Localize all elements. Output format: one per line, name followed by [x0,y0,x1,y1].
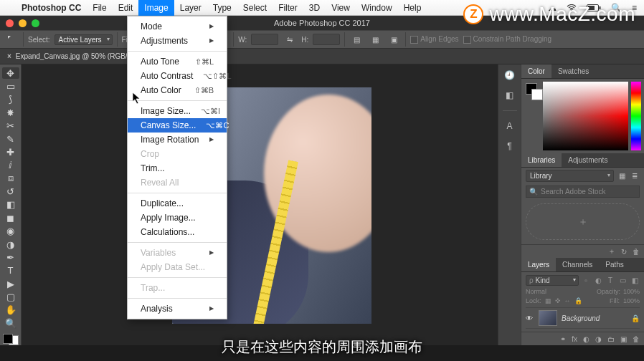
menu-item-analysis[interactable]: Analysis [128,302,227,316]
lock-pixels-icon[interactable]: ✜ [555,297,561,304]
marquee-tool-icon[interactable]: ▭ [2,80,19,92]
eraser-tool-icon[interactable]: ◧ [2,199,19,211]
blur-tool-icon[interactable]: ◉ [2,226,19,237]
menu-item-adjustments[interactable]: Adjustments [128,34,227,48]
align-left-icon[interactable]: ▤ [349,32,364,47]
lasso-tool-icon[interactable]: ⟆ [2,94,19,105]
color-spectrum[interactable] [543,82,628,150]
tool-preset-icon[interactable] [4,32,19,47]
menu-item-image-rotation[interactable]: Image Rotation [128,133,227,147]
menu-view[interactable]: View [326,0,356,16]
search-stock-input[interactable]: 🔍 Search Adobe Stock [526,186,640,198]
select-layers-dropdown[interactable]: Active Layers [55,34,113,45]
menu-file[interactable]: File [87,0,112,16]
hand-tool-icon[interactable]: ✋ [2,304,19,316]
menu-item-mode[interactable]: Mode [128,19,227,34]
history-icon[interactable]: 🕘 [503,69,516,82]
menu-select[interactable]: Select [237,0,273,16]
tab-swatches[interactable]: Swatches [551,64,595,78]
library-select[interactable]: Library [526,170,614,182]
menu-item-auto-tone[interactable]: Auto Tone⇧⌘L [128,54,227,69]
layer-name[interactable]: Background [562,314,627,322]
menu-item-apply-image[interactable]: Apply Image... [128,211,227,225]
document-tab[interactable]: × Expand_Canvas.jpg @ 50% (RGB/8 [0,49,644,64]
menu-item-trim[interactable]: Trim... [128,161,227,175]
brush-tool-icon[interactable]: ⅈ [2,160,19,171]
sync-icon[interactable]: ↻ [621,248,627,256]
filter-adjust-icon[interactable]: ◐ [593,276,603,286]
menu-type[interactable]: Type [207,0,237,16]
blend-mode-select[interactable]: Normal [526,288,546,295]
eyedropper-tool-icon[interactable]: ✎ [2,133,19,145]
menu-item-calculations[interactable]: Calculations... [128,225,227,239]
grid-view-icon[interactable]: ▦ [617,170,627,180]
lock-position-icon[interactable]: ↔ [564,297,571,304]
close-tab-icon[interactable]: × [7,52,11,60]
menu-item-crop: Crop [128,147,227,161]
menu-help[interactable]: Help [398,0,427,16]
menu-item-duplicate[interactable]: Duplicate... [128,196,227,211]
crop-tool-icon[interactable]: ✂ [2,120,19,132]
pen-tool-icon[interactable]: ✒ [2,251,19,263]
filter-type-icon[interactable]: T [605,276,615,286]
menubar-app-name[interactable]: Photoshop CC [16,3,87,13]
stamp-tool-icon[interactable]: ⧈ [2,173,19,184]
lock-all-icon[interactable]: ▦ [545,297,551,304]
menu-edit[interactable]: Edit [113,0,139,16]
width-field[interactable] [251,34,278,45]
gradient-tool-icon[interactable]: ◼ [2,212,19,223]
lock-icon[interactable]: 🔒 [574,297,582,304]
menu-item-canvas-size[interactable]: Canvas Size...⌥⌘C [128,118,227,133]
menu-item-image-size[interactable]: Image Size...⌥⌘I [128,104,227,118]
align-center-icon[interactable]: ▦ [368,32,382,47]
type-tool-icon[interactable]: T [2,265,19,276]
layer-row[interactable]: 👁 Background 🔒 [526,307,640,329]
menu-image[interactable]: Image [138,0,174,16]
filter-shape-icon[interactable]: ▭ [617,276,628,286]
list-view-icon[interactable]: ≣ [630,170,640,180]
menu-item-trap: Trap... [128,281,227,295]
filter-pixel-icon[interactable]: ▫ [581,276,591,286]
trash-icon[interactable]: 🗑 [633,248,640,256]
menu-layer[interactable]: Layer [174,0,207,16]
history-brush-tool-icon[interactable]: ↺ [2,186,19,197]
fill-value[interactable]: 100% [623,297,640,304]
tab-adjustments[interactable]: Adjustments [562,153,614,167]
library-drop-zone[interactable]: ＋ [526,203,640,240]
menu-filter[interactable]: Filter [273,0,303,16]
menu-3d[interactable]: 3D [303,0,326,16]
zoom-tool-icon[interactable]: 🔍 [2,317,19,329]
healing-tool-icon[interactable]: ✚ [2,146,19,158]
tab-paths[interactable]: Paths [599,258,630,271]
rectangle-tool-icon[interactable]: ▢ [2,291,19,302]
filter-smart-icon[interactable]: ◧ [630,276,640,286]
tab-layers[interactable]: Layers [521,258,556,271]
add-library-icon[interactable]: ＋ [608,246,615,256]
canvas-area[interactable] [22,64,521,345]
character-icon[interactable]: A [503,120,516,133]
link-wh-icon[interactable]: ⇋ [283,32,297,47]
properties-icon[interactable]: ◧ [503,89,516,102]
hue-strip[interactable] [631,82,641,150]
visibility-icon[interactable]: 👁 [526,314,534,322]
path-select-tool-icon[interactable]: ▶ [2,278,19,289]
tab-libraries[interactable]: Libraries [521,153,562,167]
menu-item-auto-color[interactable]: Auto Color⇧⌘B [128,83,227,97]
paragraph-icon[interactable]: ¶ [503,140,516,153]
tab-color[interactable]: Color [521,64,551,78]
height-field[interactable] [313,34,340,45]
menu-item-auto-contrast[interactable]: Auto Contrast⌥⇧⌘L [128,69,227,83]
layers-kind-filter[interactable]: ρ Kind [526,275,579,286]
menu-window[interactable]: Window [356,0,398,16]
constrain-checkbox[interactable] [463,36,471,44]
align-edges-checkbox[interactable] [410,36,418,44]
dodge-tool-icon[interactable]: ◑ [2,239,19,250]
layer-lock-icon[interactable]: 🔒 [631,314,640,322]
path-ops-icon[interactable]: ▣ [387,32,401,47]
layer-thumbnail[interactable] [539,310,557,326]
quick-select-tool-icon[interactable]: ✸ [2,107,19,118]
opacity-value[interactable]: 100% [623,288,640,295]
tab-channels[interactable]: Channels [556,258,599,271]
move-tool-icon[interactable]: ✥ [2,67,19,79]
color-fgbg-swatch[interactable] [521,79,543,153]
